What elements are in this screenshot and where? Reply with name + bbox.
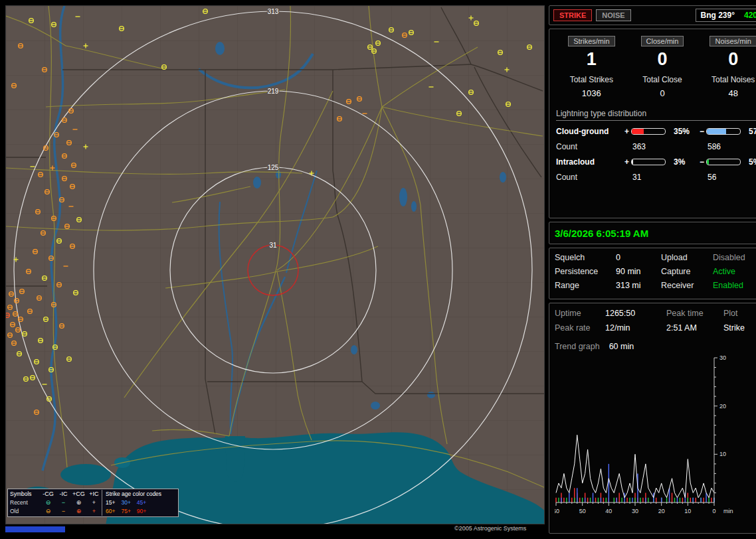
map-statusbar: ©2005 Astrogenic Systems — [5, 524, 545, 534]
plus-sign: + — [622, 157, 631, 167]
ic-positive-pct: 3% — [671, 157, 698, 167]
status-section: Uptime 1265:50 Peak time Plot Peak rate … — [549, 303, 756, 534]
distribution-grid: Cloud-ground + 35% − 57% Count 363 586 I… — [556, 127, 756, 182]
map-canvas: 31321912531 — [6, 6, 545, 524]
legend-row-label: Old — [10, 507, 41, 516]
ic-negative-count: 56 — [706, 173, 746, 182]
plot-label: Plot — [723, 309, 756, 318]
plot-value: Strike — [723, 323, 756, 333]
total-close-label: Total Close — [627, 75, 698, 84]
bearing-range: 420mi — [744, 11, 756, 20]
x-tick-label: 20 — [658, 508, 665, 514]
legend-col-header: -IC — [56, 490, 71, 499]
distribution-title: Lightning type distribution — [556, 109, 756, 121]
close-per-min-chip: Close/min — [641, 36, 684, 46]
lightning-map[interactable]: 31321912531 Symbols-CG-IC+CG+ICStrike ag… — [5, 5, 545, 524]
rate-row: Strikes/min 1 Close/min 0 Noises/min 0 — [556, 35, 756, 70]
intracloud-label: Intracloud — [556, 157, 622, 167]
peak-rate-label: Peak rate — [555, 323, 605, 333]
minus-sign: − — [698, 157, 706, 167]
bottom-blue-strip — [5, 526, 65, 532]
upload-label: Upload — [661, 253, 713, 262]
legend-symbols-header: Symbols — [10, 490, 41, 499]
copyright-text: ©2005 Astrogenic Systems — [454, 525, 526, 532]
legend-row-label: Recent — [10, 499, 41, 507]
legend-symbol: ⊕ — [71, 507, 86, 516]
trend-graph-window: 60 min — [609, 342, 634, 351]
cg-negative-pct: 57% — [746, 127, 756, 136]
noises-per-min-chip: Noises/min — [709, 36, 756, 46]
squelch-value: 0 — [616, 253, 661, 262]
legend-age-chip: 30+ — [121, 499, 130, 507]
clock-display: 3/6/2026 6:05:19 AM — [549, 222, 756, 244]
ring-label-219: 219 — [268, 88, 279, 95]
legend-age-values: 60+75+90+ — [102, 507, 176, 516]
bearing-box: Bng 239° 420mi — [696, 9, 756, 22]
ic-positive-bar — [631, 159, 666, 165]
legend-symbol: ⊖ — [41, 507, 56, 516]
legend-symbol: ⊕ — [71, 499, 86, 507]
legend-symbol: + — [86, 507, 102, 516]
legend-age-chip: 15+ — [106, 499, 115, 507]
x-tick-label: 10 — [684, 508, 691, 514]
total-strikes-label: Total Strikes — [556, 75, 627, 84]
legend-symbol: + — [86, 499, 102, 507]
peak-time-label: Peak time — [666, 309, 723, 318]
squelch-label: Squelch — [555, 253, 616, 262]
ring-label-31: 31 — [269, 242, 277, 249]
cg-negative-bar — [706, 128, 741, 135]
legend-age-header: Strike age color codes — [102, 490, 176, 499]
ic-negative-bar — [706, 159, 741, 165]
capture-label: Capture — [661, 267, 713, 276]
plus-sign: + — [622, 127, 631, 136]
legend-symbol: − — [56, 499, 71, 507]
control-panel: STRIKE NOISE Bng 239° 420mi Strikes/min … — [549, 5, 756, 534]
persistence-value: 90 min — [616, 267, 661, 276]
ic-positive-count: 31 — [631, 173, 671, 182]
receiver-status: Enabled — [713, 281, 756, 290]
map-column: 31321912531 Symbols-CG-IC+CG+ICStrike ag… — [5, 5, 545, 534]
legend-col-header: -CG — [41, 490, 56, 499]
map-legend: Symbols-CG-IC+CG+ICStrike age color code… — [7, 489, 179, 517]
x-axis-unit: min — [723, 508, 733, 514]
x-tick-label: 40 — [605, 508, 612, 514]
settings-section: Squelch 0 Upload Disabled Persistence 90… — [549, 248, 756, 299]
noises-per-min-value: 0 — [698, 49, 756, 70]
cg-positive-count: 363 — [631, 142, 671, 151]
stats-section: Strikes/min 1 Close/min 0 Noises/min 0 T… — [549, 29, 756, 218]
y-tick-label: 10 — [719, 451, 726, 457]
y-tick-label: 20 — [719, 403, 726, 410]
range-value: 313 mi — [616, 281, 661, 290]
total-strikes-value: 1036 — [556, 88, 627, 98]
legend-col-header: +CG — [71, 490, 86, 499]
cg-negative-count: 586 — [706, 142, 746, 151]
upload-status: Disabled — [713, 253, 756, 262]
legend-age-chip: 90+ — [137, 507, 146, 516]
persistence-label: Persistence — [555, 267, 616, 276]
close-per-min-value: 0 — [627, 49, 698, 70]
trend-line-strikes — [556, 435, 714, 497]
bearing-label: Bng 239° — [700, 11, 734, 20]
total-close-value: 0 — [627, 88, 698, 98]
toolbar-section: STRIKE NOISE Bng 239° 420mi — [549, 5, 756, 25]
ring-label-313: 313 — [268, 8, 279, 15]
totals-row: Total Strikes 1036 Total Close 0 Total N… — [556, 75, 756, 98]
nexstorm-window: 31321912531 Symbols-CG-IC+CG+ICStrike ag… — [0, 0, 756, 539]
uptime-value: 1265:50 — [605, 309, 666, 318]
receiver-label: Receiver — [661, 281, 713, 290]
legend-age-chip: 60+ — [106, 507, 115, 516]
total-noises-value: 48 — [698, 88, 756, 98]
strike-button[interactable]: STRIKE — [553, 9, 592, 21]
capture-status: Active — [713, 267, 756, 276]
noise-button[interactable]: NOISE — [596, 9, 630, 21]
cg-positive-pct: 35% — [671, 127, 698, 136]
legend-symbol: − — [56, 507, 71, 516]
strikes-per-min-chip: Strikes/min — [568, 36, 614, 46]
x-tick-label: 50 — [579, 508, 586, 514]
strikes-per-min-value: 1 — [556, 49, 627, 70]
ring-label-125: 125 — [268, 164, 279, 171]
total-noises-label: Total Noises — [698, 75, 756, 84]
peak-rate-value: 12/min — [605, 323, 666, 333]
cg-count-label: Count — [556, 142, 622, 151]
ic-negative-pct: 5% — [746, 157, 756, 167]
